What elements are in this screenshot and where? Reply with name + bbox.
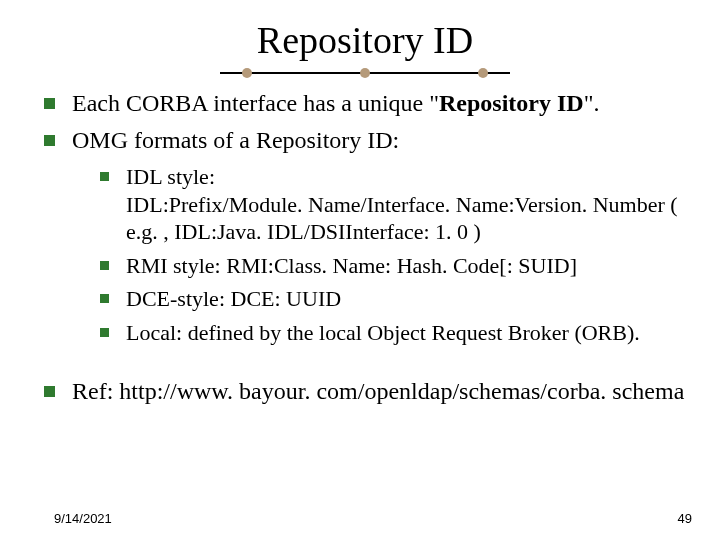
title-underline <box>220 66 510 80</box>
bullet-text: Each CORBA interface has a unique " <box>72 90 439 116</box>
bullet-text: OMG formats of a Repository ID: <box>72 127 399 153</box>
sub-bullet-list: IDL style: IDL:Prefix/Module. Name/Inter… <box>72 163 692 346</box>
sub-bullet-text: IDL:Prefix/Module. Name/Interface. Name:… <box>126 192 678 245</box>
sub-bullet-text: DCE-style: DCE: UUID <box>126 286 341 311</box>
sub-bullet-text: IDL style: <box>126 164 215 189</box>
underline-dot <box>242 68 252 78</box>
underline-dot <box>360 68 370 78</box>
sub-bullet-item: IDL style: IDL:Prefix/Module. Name/Inter… <box>100 163 692 246</box>
sub-bullet-item: RMI style: RMI:Class. Name: Hash. Code[:… <box>100 252 692 280</box>
underline-dot <box>478 68 488 78</box>
slide: Repository ID Each CORBA interface has a… <box>0 0 720 540</box>
bullet-item: Ref: http://www. bayour. com/openldap/sc… <box>44 376 692 407</box>
bullet-text: Ref: http://www. bayour. com/openldap/sc… <box>72 378 684 404</box>
footer-date: 9/14/2021 <box>54 511 112 526</box>
bullet-item: OMG formats of a Repository ID: IDL styl… <box>44 125 692 347</box>
sub-bullet-item: Local: defined by the local Object Reque… <box>100 319 692 347</box>
sub-bullet-text: RMI style: RMI:Class. Name: Hash. Code[:… <box>126 253 577 278</box>
bullet-text-tail: ". <box>584 90 600 116</box>
bullet-bold: Repository ID <box>439 90 584 116</box>
bullet-item: Each CORBA interface has a unique "Repos… <box>44 88 692 119</box>
footer-page: 49 <box>678 511 692 526</box>
page-title: Repository ID <box>38 18 692 62</box>
bullet-list: Each CORBA interface has a unique "Repos… <box>38 88 692 407</box>
sub-bullet-text: Local: defined by the local Object Reque… <box>126 320 640 345</box>
sub-bullet-item: DCE-style: DCE: UUID <box>100 285 692 313</box>
